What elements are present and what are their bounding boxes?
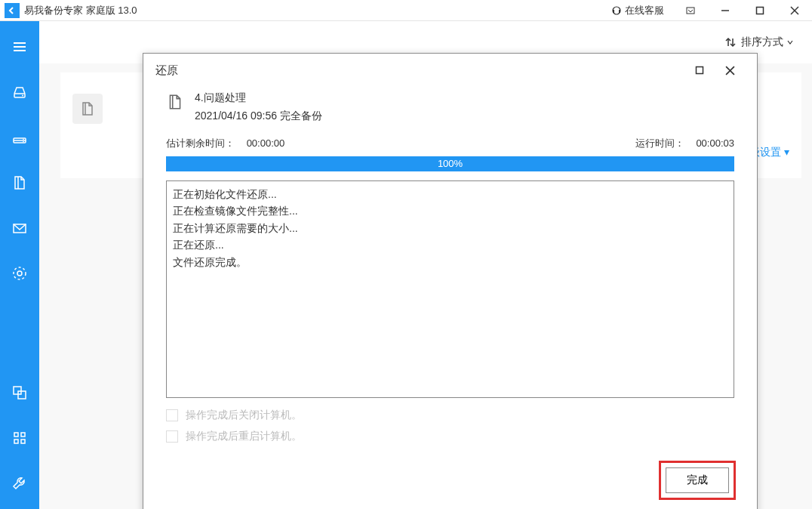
backup-info: 2021/04/16 09:56 完全备份 bbox=[195, 110, 322, 123]
est-time-label: 估计剩余时间： bbox=[166, 137, 235, 149]
finish-highlight: 完成 bbox=[659, 461, 736, 500]
dialog-footer: 完成 bbox=[143, 443, 757, 509]
svg-point-19 bbox=[14, 267, 26, 279]
app-title: 易我备份专家 家庭版 13.0 bbox=[24, 4, 137, 17]
close-button[interactable] bbox=[777, 0, 812, 21]
svg-rect-3 bbox=[687, 8, 694, 14]
log-line: 正在初始化文件还原... bbox=[173, 186, 727, 202]
log-line: 文件还原完成。 bbox=[173, 254, 727, 270]
est-time-value: 00:00:00 bbox=[247, 137, 285, 149]
dialog-maximize-button[interactable] bbox=[684, 55, 715, 85]
task-name: 4.问题处理 bbox=[195, 91, 322, 105]
checkbox-icon bbox=[166, 409, 178, 421]
svg-rect-24 bbox=[14, 440, 18, 443]
svg-point-18 bbox=[17, 271, 22, 276]
run-time-label: 运行时间： bbox=[635, 137, 684, 149]
mail-backup-icon[interactable] bbox=[0, 208, 39, 248]
settings-icon[interactable] bbox=[0, 464, 39, 503]
dialog-title: 还原 bbox=[155, 63, 684, 78]
restart-checkbox-row[interactable]: 操作完成后重启计算机。 bbox=[166, 430, 734, 443]
document-icon bbox=[166, 93, 184, 111]
disk-backup-icon[interactable] bbox=[0, 72, 39, 112]
log-line: 正在检查镜像文件完整性... bbox=[173, 202, 727, 219]
sort-label: 排序方式 bbox=[741, 35, 783, 49]
svg-rect-23 bbox=[21, 433, 25, 437]
svg-point-12 bbox=[22, 95, 23, 97]
log-line: 正在计算还原需要的大小... bbox=[173, 220, 727, 236]
run-time-value: 00:00:03 bbox=[696, 137, 734, 149]
shutdown-checkbox-row[interactable]: 操作完成后关闭计算机。 bbox=[166, 409, 734, 422]
maximize-button[interactable] bbox=[743, 0, 777, 21]
time-info: 估计剩余时间： 00:00:00 运行时间： 00:00:03 bbox=[143, 137, 757, 156]
titlebar: 易我备份专家 家庭版 13.0 在线客服 bbox=[0, 0, 812, 21]
svg-rect-21 bbox=[18, 391, 26, 399]
finish-button[interactable]: 完成 bbox=[666, 467, 729, 493]
menu-icon[interactable] bbox=[0, 27, 39, 66]
file-backup-icon[interactable] bbox=[0, 163, 39, 202]
minimize-button[interactable] bbox=[708, 0, 743, 21]
svg-rect-2 bbox=[619, 10, 620, 13]
restore-dialog: 还原 4.问题处理 2021/04/16 09:56 完全备份 bbox=[143, 53, 758, 509]
svg-rect-28 bbox=[697, 67, 703, 74]
checkbox-icon bbox=[166, 430, 178, 443]
sort-button[interactable]: 排序方式 bbox=[724, 35, 794, 49]
dropdown-caret-icon: ▾ bbox=[784, 146, 789, 158]
restart-label: 操作完成后重启计算机。 bbox=[186, 430, 302, 443]
tools-icon[interactable] bbox=[0, 418, 39, 458]
task-file-icon bbox=[72, 94, 103, 124]
dialog-header: 4.问题处理 2021/04/16 09:56 完全备份 bbox=[143, 87, 757, 137]
svg-rect-22 bbox=[14, 433, 18, 437]
sidebar bbox=[0, 21, 39, 509]
log-output[interactable]: 正在初始化文件还原... 正在检查镜像文件完整性... 正在计算还原需要的大小.… bbox=[166, 180, 734, 398]
svg-point-15 bbox=[23, 139, 24, 140]
online-service-label: 在线客服 bbox=[625, 4, 664, 17]
content-area: 排序方式 高级设置 ▾ 还原 bbox=[39, 21, 812, 509]
clone-icon[interactable] bbox=[0, 373, 39, 412]
log-line: 正在还原... bbox=[173, 236, 727, 253]
dialog-titlebar: 还原 bbox=[143, 54, 757, 87]
online-service-button[interactable]: 在线客服 bbox=[611, 4, 664, 17]
system-backup-icon[interactable] bbox=[0, 118, 39, 157]
smart-backup-icon[interactable] bbox=[0, 254, 39, 293]
svg-rect-5 bbox=[757, 7, 764, 14]
dropdown-button[interactable] bbox=[673, 0, 708, 21]
shutdown-label: 操作完成后关闭计算机。 bbox=[186, 409, 302, 422]
svg-rect-20 bbox=[14, 387, 21, 394]
svg-point-16 bbox=[23, 141, 24, 143]
app-icon bbox=[5, 3, 20, 18]
dialog-close-button[interactable] bbox=[715, 55, 745, 85]
svg-rect-25 bbox=[21, 440, 25, 443]
svg-rect-1 bbox=[613, 10, 614, 13]
progress-bar: 100% bbox=[166, 156, 734, 171]
